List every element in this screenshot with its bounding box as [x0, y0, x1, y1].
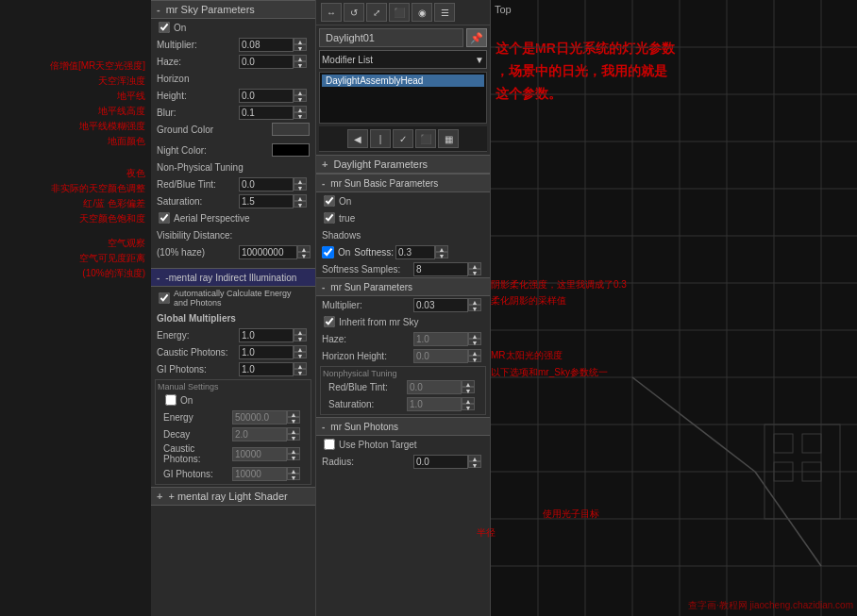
sub-btn5[interactable]: ▦ [438, 129, 459, 148]
haze-down[interactable]: ▼ [294, 61, 307, 68]
energy-up[interactable]: ▲ [294, 328, 307, 335]
gi-photons-input[interactable] [239, 362, 294, 376]
multiplier-up[interactable]: ▲ [294, 38, 307, 44]
softness-input[interactable] [395, 245, 435, 259]
softness-samples-down[interactable]: ▼ [468, 269, 481, 275]
photon-target-checkbox[interactable] [324, 439, 335, 450]
caustic2-down[interactable]: ▼ [287, 454, 300, 460]
sub-btn4[interactable]: ⬛ [415, 129, 436, 148]
gi2-up[interactable]: ▲ [287, 467, 300, 474]
decay-input[interactable] [232, 427, 287, 441]
horizon-height-up[interactable]: ▲ [468, 349, 481, 356]
extra-tool-btn[interactable]: ☰ [434, 3, 455, 22]
multiplier-spinner[interactable]: ▲ ▼ [239, 38, 310, 52]
indirect-collapse[interactable]: - [157, 273, 160, 283]
caustic-down[interactable]: ▼ [294, 352, 307, 358]
caustic2-spinner[interactable]: ▲ ▼ [232, 447, 303, 461]
red-blue-input[interactable] [239, 177, 294, 191]
sun-basic-collapse[interactable]: - [322, 178, 325, 189]
caustic-up[interactable]: ▲ [294, 345, 307, 352]
red-blue-down[interactable]: ▼ [294, 184, 307, 191]
multiplier-down[interactable]: ▼ [294, 44, 307, 51]
visibility-down[interactable]: ▼ [297, 252, 311, 258]
energy2-input[interactable] [232, 410, 287, 425]
shadows-on-checkbox[interactable] [322, 246, 334, 258]
sun-mult-up[interactable]: ▲ [468, 298, 481, 305]
softness-samples-spinner[interactable]: ▲ ▼ [413, 262, 484, 276]
blur-up[interactable]: ▲ [294, 106, 307, 112]
sun-saturation-input[interactable] [407, 397, 462, 411]
height-input[interactable] [239, 89, 294, 103]
caustic-photons-input[interactable] [239, 345, 294, 359]
red-blue-spinner[interactable]: ▲ ▼ [239, 177, 310, 191]
sun-photons-collapse[interactable]: - [322, 422, 325, 432]
modifier-list-select[interactable]: Modifier List ▼ [319, 50, 487, 69]
sun-saturation-spinner[interactable]: ▲ ▼ [407, 397, 478, 411]
daylight-params-expand[interactable]: + [322, 158, 328, 170]
blur-input[interactable] [239, 106, 294, 120]
saturation-spinner[interactable]: ▲ ▼ [239, 194, 310, 208]
sun-haze-down[interactable]: ▼ [468, 339, 481, 345]
energy-input[interactable] [239, 328, 294, 342]
red-blue-up[interactable]: ▲ [294, 177, 307, 184]
decay-down[interactable]: ▼ [287, 434, 300, 441]
saturation-down[interactable]: ▼ [294, 201, 307, 208]
sun-mult-down[interactable]: ▼ [468, 305, 481, 311]
daylight-pin-btn[interactable]: 📌 [466, 28, 487, 47]
sun-haze-up[interactable]: ▲ [468, 332, 481, 339]
decay-up[interactable]: ▲ [287, 427, 300, 434]
link-tool-btn[interactable]: ⬛ [389, 3, 410, 22]
height-up[interactable]: ▲ [294, 89, 307, 95]
gi2-down[interactable]: ▼ [287, 474, 300, 480]
saturation-up[interactable]: ▲ [294, 194, 307, 201]
sun-saturation-down[interactable]: ▼ [462, 404, 475, 410]
haze-spinner[interactable]: ▲ ▼ [239, 55, 310, 69]
radius-input[interactable] [413, 455, 468, 469]
gi-up[interactable]: ▲ [294, 362, 307, 369]
horizon-height-spinner[interactable]: ▲ ▼ [413, 349, 484, 363]
energy-down[interactable]: ▼ [294, 335, 307, 341]
multiplier-input[interactable] [239, 38, 294, 52]
daylight-name-input[interactable] [319, 28, 463, 47]
horizon-height-down[interactable]: ▼ [468, 356, 481, 362]
blur-spinner[interactable]: ▲ ▼ [239, 106, 310, 120]
night-color-swatch[interactable] [272, 143, 310, 157]
aerial-checkbox[interactable] [159, 212, 170, 224]
scale-tool-btn[interactable]: ⤢ [366, 3, 387, 22]
radius-up[interactable]: ▲ [468, 455, 481, 461]
sun-haze-input[interactable] [413, 332, 468, 346]
sun-params-collapse[interactable]: - [322, 282, 325, 292]
ground-color-swatch[interactable] [272, 123, 310, 136]
energy-spinner[interactable]: ▲ ▼ [239, 328, 310, 342]
sub-btn1[interactable]: ◀ [347, 129, 368, 148]
caustic2-up[interactable]: ▲ [287, 447, 300, 454]
move-tool-btn[interactable]: ↔ [321, 3, 342, 22]
sun-on-checkbox[interactable] [324, 195, 335, 207]
softness-samples-up[interactable]: ▲ [468, 262, 481, 269]
saturation-input[interactable] [239, 194, 294, 208]
softness-up[interactable]: ▲ [435, 245, 448, 252]
energy2-up[interactable]: ▲ [287, 410, 300, 417]
sub-btn2[interactable]: | [370, 129, 391, 148]
height-down[interactable]: ▼ [294, 95, 307, 102]
caustic-photons-spinner[interactable]: ▲ ▼ [239, 345, 310, 359]
gi-photons-spinner[interactable]: ▲ ▼ [239, 362, 310, 376]
sky-params-collapse[interactable]: - [157, 4, 160, 15]
height-spinner[interactable]: ▲ ▼ [239, 89, 310, 103]
sky-on-checkbox[interactable] [159, 22, 170, 33]
radius-spinner[interactable]: ▲ ▼ [413, 455, 484, 469]
sun-multiplier-input[interactable] [413, 298, 468, 312]
haze-input[interactable] [239, 55, 294, 69]
rotate-tool-btn[interactable]: ↺ [344, 3, 364, 22]
sun-redblue-up[interactable]: ▲ [462, 380, 475, 387]
auto-calc-checkbox[interactable] [159, 292, 170, 304]
softness-samples-input[interactable] [413, 262, 468, 276]
energy2-down[interactable]: ▼ [287, 417, 300, 424]
light-shader-expand[interactable]: + [157, 491, 162, 502]
sun-redblue-down[interactable]: ▼ [462, 387, 475, 393]
sun-redblue-input[interactable] [407, 380, 462, 394]
targeted-checkbox[interactable] [324, 212, 335, 224]
visibility-up[interactable]: ▲ [297, 245, 311, 252]
blur-down[interactable]: ▼ [294, 112, 307, 119]
sun-haze-spinner[interactable]: ▲ ▼ [413, 332, 484, 346]
